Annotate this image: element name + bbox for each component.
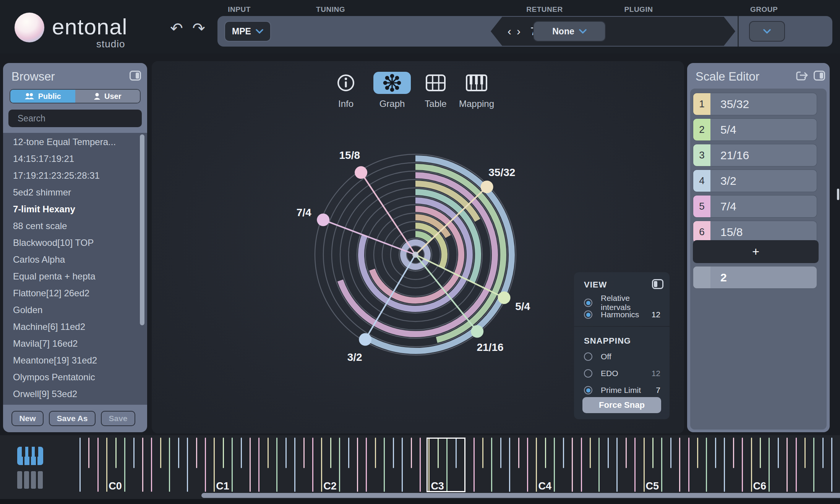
- interval-ratio: 15/8: [720, 226, 743, 239]
- keyboard-scrollbar[interactable]: [201, 493, 840, 498]
- redo-icon[interactable]: ↷: [190, 20, 207, 37]
- tab-user[interactable]: User: [75, 90, 140, 103]
- list-item[interactable]: Equal penta + hepta: [13, 268, 96, 285]
- list-item[interactable]: 88 cent scale: [13, 218, 67, 234]
- app-subtitle: studio: [96, 38, 125, 50]
- scale-interval-row[interactable]: 25/4: [693, 118, 817, 141]
- view-option-relative-intervals[interactable]: Relative intervals: [584, 294, 660, 312]
- pitch-line: [715, 438, 716, 468]
- radio-icon[interactable]: [584, 386, 592, 394]
- radio-icon[interactable]: [584, 299, 592, 307]
- browser-panel: Browser Public User 12-tone Equal Temper…: [3, 63, 147, 432]
- search-input[interactable]: [8, 110, 142, 127]
- list-item[interactable]: Olympos Pentatonic: [13, 369, 95, 386]
- keyboard-strip[interactable]: C0C1C2C3C4C5C6: [0, 435, 840, 499]
- list-item[interactable]: Meantone[19] 31ed2: [13, 352, 97, 369]
- pitch-line: [384, 438, 385, 492]
- keyboard-selection-box[interactable]: [426, 438, 465, 492]
- chevron-down-icon: [256, 29, 263, 34]
- tab-mapping[interactable]: Mapping: [454, 72, 499, 109]
- collapse-panel-icon[interactable]: [814, 71, 825, 81]
- tab-graph[interactable]: Graph: [369, 72, 415, 109]
- list-item[interactable]: 7-limit Hexany: [13, 201, 75, 218]
- tuning-prev-icon[interactable]: ‹: [508, 25, 511, 38]
- list-item[interactable]: Orwell[9] 53ed2: [13, 386, 77, 402]
- radio-icon[interactable]: [584, 369, 592, 378]
- save-button[interactable]: Save: [101, 411, 135, 426]
- list-item[interactable]: 17:19:21:23:25:28:31: [13, 167, 100, 184]
- scale-interval-row[interactable]: 57/4: [693, 195, 817, 218]
- pitch-line: [196, 438, 197, 468]
- radio-icon[interactable]: [584, 352, 592, 361]
- pitch-line: [778, 438, 779, 468]
- snapping-option-edo[interactable]: EDO 12: [584, 369, 660, 378]
- list-item[interactable]: Machine[6] 11ed2: [13, 318, 85, 335]
- window-edge-drag-handle[interactable]: [837, 189, 839, 200]
- harmonics-count[interactable]: 12: [652, 310, 660, 319]
- scale-interval-row[interactable]: 321/16: [693, 144, 817, 166]
- scale-interval-row[interactable]: 135/32: [693, 93, 817, 115]
- interval-number-chip: 3: [693, 144, 710, 166]
- pitch-line: [527, 438, 528, 492]
- radio-icon[interactable]: [584, 310, 592, 319]
- list-item[interactable]: Blackwood[10] TOP: [13, 234, 94, 251]
- list-item[interactable]: Golden: [13, 302, 42, 318]
- list-scrollbar[interactable]: [140, 134, 144, 325]
- pitch-line: [214, 438, 215, 492]
- keyboard-view-bars-icon[interactable]: [17, 471, 43, 489]
- group-dropdown[interactable]: [749, 21, 785, 42]
- collapse-panel-icon[interactable]: [652, 279, 663, 289]
- octave-value: 2: [720, 271, 727, 284]
- interval-handle[interactable]: [471, 325, 483, 338]
- interval-label: 5/4: [515, 300, 530, 312]
- pitch-line: [232, 438, 233, 492]
- snapping-option-off[interactable]: Off: [584, 352, 660, 361]
- pitch-line: [330, 438, 331, 468]
- octave-row[interactable]: 2: [693, 266, 817, 289]
- interval-ratio: 3/2: [720, 174, 736, 187]
- list-item[interactable]: Flattone[12] 26ed2: [13, 285, 89, 302]
- interval-handle[interactable]: [317, 213, 329, 226]
- interval-label: 3/2: [347, 351, 362, 363]
- list-item[interactable]: 5ed2 shimmer: [13, 184, 71, 201]
- top-controls-band: MPE ‹ › 7-limit Hexany None Simple: [217, 16, 832, 47]
- interval-handle[interactable]: [359, 333, 371, 346]
- piano-icon: [466, 74, 487, 91]
- browser-footer: New Save As Save: [3, 405, 147, 432]
- list-item[interactable]: Carlos Alpha: [13, 251, 65, 268]
- list-item[interactable]: 14:15:17:19:21: [13, 150, 74, 167]
- keyboard-view-piano-icon[interactable]: [17, 447, 43, 465]
- interval-handle[interactable]: [498, 291, 511, 304]
- browser-tab-bar: Public User: [10, 89, 141, 103]
- list-item[interactable]: 12-tone Equal Tempera...: [13, 134, 116, 150]
- list-item[interactable]: Mavila[7] 16ed2: [13, 335, 78, 352]
- interval-label: 35/32: [488, 166, 515, 178]
- tab-public[interactable]: Public: [10, 90, 75, 103]
- interval-handle[interactable]: [481, 181, 493, 193]
- save-as-button[interactable]: Save As: [49, 411, 96, 426]
- pitch-line: [804, 438, 806, 468]
- input-mode-dropdown[interactable]: MPE: [224, 21, 271, 42]
- tab-info[interactable]: Info: [323, 72, 369, 109]
- retuner-dropdown[interactable]: None: [533, 21, 606, 42]
- interval-handle[interactable]: [355, 166, 367, 179]
- scale-interval-row[interactable]: 43/2: [693, 170, 817, 192]
- snapping-option-prime-limit[interactable]: Prime Limit 7: [584, 386, 660, 395]
- edo-count[interactable]: 12: [652, 369, 660, 378]
- view-option-harmonics[interactable]: Harmonics 12: [584, 310, 660, 319]
- add-interval-button[interactable]: +: [693, 240, 819, 263]
- harmonic-ring-arc: [415, 234, 430, 240]
- force-snap-button[interactable]: Force Snap: [582, 397, 661, 413]
- interval-number-chip: 1: [693, 93, 710, 115]
- tab-table[interactable]: Table: [413, 72, 459, 109]
- octave-label: C6: [753, 480, 767, 492]
- undo-icon[interactable]: ↶: [168, 20, 185, 37]
- prime-limit-value[interactable]: 7: [656, 386, 660, 395]
- pitch-line: [554, 438, 555, 492]
- tuning-next-icon[interactable]: ›: [517, 25, 521, 38]
- pitch-line: [733, 438, 734, 468]
- export-scale-icon[interactable]: [796, 71, 808, 81]
- new-button[interactable]: New: [11, 411, 44, 426]
- collapse-panel-icon[interactable]: [130, 71, 141, 81]
- pitch-line: [760, 438, 761, 468]
